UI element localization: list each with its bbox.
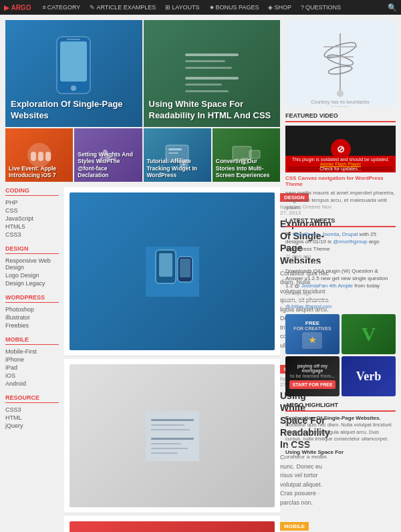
sidebar-item-photoshop[interactable]: Photoshop xyxy=(5,305,59,313)
ad-1-label: FREE xyxy=(305,320,319,326)
video-thumbnail[interactable]: ⊘ This plugin is outdated and should be … xyxy=(285,126,396,172)
svg-rect-9 xyxy=(185,90,229,92)
featured-image-svg: Courtesy has no boundaries DAMBOO xyxy=(285,20,396,107)
sidebar-item-html5[interactable]: HTML5 xyxy=(5,223,59,231)
sidebar-item-freebies[interactable]: Freebies xyxy=(5,321,59,329)
sidebar-item-css3-r[interactable]: CSS3 xyxy=(5,406,59,414)
sidebar-wordpress-list: Photoshop Illustrator Freebies xyxy=(5,305,59,329)
highlight-item-2-link[interactable]: Using White Space For xyxy=(285,449,396,455)
ad-3-cta-text: START FOR FREE xyxy=(292,382,332,387)
site-brand[interactable]: ▶ ARGO xyxy=(4,4,31,11)
mini-card-4[interactable]: Converting Our Stories Into Multi-Screen… xyxy=(213,128,280,182)
svg-rect-35 xyxy=(151,448,188,449)
sidebar-item-ipad[interactable]: iPad xyxy=(5,364,59,372)
video-check-updates[interactable]: Check for updates... xyxy=(288,166,393,171)
article-1-image xyxy=(146,247,199,297)
ad-3-cta[interactable]: START FOR FREE xyxy=(289,380,335,389)
sidebar-item-jquery-r[interactable]: jQuery xyxy=(5,422,59,430)
mini-card-2-overlay: Setting Weights And Styles With The @fon… xyxy=(74,148,142,182)
nav-item-bonus[interactable]: ★ BONUS PAGES xyxy=(205,4,264,11)
svg-rect-8 xyxy=(185,84,222,86)
category-icon: ≡ xyxy=(42,4,45,11)
sidebar-item-html-r[interactable]: HTML xyxy=(5,414,59,422)
mini-card-1-title: Live Event: Apple Introducing iOS 7 xyxy=(9,165,70,178)
ad-item-3[interactable]: paying off my mortgage to be learned fro… xyxy=(285,356,340,396)
hero-card-2-title: Using White Space For Readability In HTM… xyxy=(149,99,275,122)
video-description: nam mattis mauris at amet imperdiet phar… xyxy=(285,189,396,212)
ad-item-2[interactable]: V xyxy=(342,314,396,354)
sidebar-item-css3[interactable]: CSS3 xyxy=(5,231,59,239)
nav-item-layouts[interactable]: ⊞ LAYOUTS xyxy=(160,4,204,11)
nav-item-articles[interactable]: ✎ ARTICLE EXAMPLES xyxy=(85,4,160,11)
sidebar-item-javascript[interactable]: JavaScript xyxy=(5,215,59,223)
highlight-item-1-link[interactable]: Exploration Of Single-Page Websites. xyxy=(285,415,396,421)
tweet-1-link-user[interactable]: @nnorthgroup xyxy=(333,239,367,245)
tweet-source[interactable]: @ follow @arpod.com xyxy=(285,304,396,309)
mini-hero-grid: Live Event: Apple Introducing iOS 7 A a … xyxy=(5,128,280,182)
nav-item-category[interactable]: ≡ CATEGORY xyxy=(37,4,85,11)
sidebar-item-mobile-first[interactable]: Mobile-First xyxy=(5,348,59,356)
mini-card-4-title: Converting Our Stories Into Multi-Screen… xyxy=(216,158,277,178)
sidebar-item-logo[interactable]: Logo Design xyxy=(5,271,59,279)
ad-1-icon: ★ xyxy=(302,332,322,349)
ad-item-1[interactable]: FREE FOR CREATIVES ★ xyxy=(285,314,340,354)
highlight-item-1-desc: Curabitur quis nec diam. Nulla volutpat … xyxy=(285,422,396,443)
hero-grid: Exploration Of Single-Page Websites xyxy=(5,20,280,182)
video-notice-link[interactable]: Adobe Flash Player xyxy=(288,162,393,166)
hero-card-1[interactable]: Exploration Of Single-Page Websites xyxy=(5,20,142,127)
sidebar-section-design: DESIGN Responsive Web Design Logo Design… xyxy=(5,245,59,287)
svg-text:Courtesy has no boundaries: Courtesy has no boundaries xyxy=(311,100,370,105)
sidebar-item-responsive[interactable]: Responsive Web Design xyxy=(5,257,59,271)
sidebar-item-android[interactable]: Android xyxy=(5,380,59,388)
hero-card-1-title: Exploration Of Single-Page Websites xyxy=(11,99,137,122)
sidebar-item-ios[interactable]: iOS xyxy=(5,372,59,380)
bonus-icon: ★ xyxy=(209,4,215,11)
mini-card-2[interactable]: A a Setting Weights And Styles With The … xyxy=(74,128,142,182)
mini-card-1[interactable]: Live Event: Apple Introducing iOS 7 xyxy=(5,128,73,182)
nav-item-shop[interactable]: ◈ SHOP xyxy=(263,4,296,11)
svg-rect-5 xyxy=(185,60,225,62)
star-icon: ★ xyxy=(309,336,316,345)
main-column: Exploration Of Single-Page Websites xyxy=(5,20,280,532)
sidebar-item-legacy[interactable]: Design Legacy xyxy=(5,279,59,287)
argo-highlight-section: ARGO HIGHLIGHT Exploration Of Single-Pag… xyxy=(285,402,396,459)
search-button[interactable]: 🔍 xyxy=(388,3,397,12)
svg-text:DAMBOO: DAMBOO xyxy=(331,106,350,107)
article-list: DESIGN by Helen Greene Nov 27, 2013 Expl… xyxy=(64,187,280,532)
sidebar-section-coding: CODING PHP CSS JavaScript HTML5 CSS3 xyxy=(5,187,59,239)
svg-rect-7 xyxy=(185,77,239,80)
svg-rect-12 xyxy=(38,152,43,161)
nav-menu: ≡ CATEGORY ✎ ARTICLE EXAMPLES ⊞ LAYOUTS … xyxy=(37,4,346,11)
article-thumb-1 xyxy=(70,192,275,350)
sidebar-coding-list: PHP CSS JavaScript HTML5 CSS3 xyxy=(5,198,59,239)
video-link[interactable]: CSS Canvas navigation for WordPress Them… xyxy=(285,175,396,187)
ad-item-4[interactable]: Verb xyxy=(342,356,396,396)
svg-rect-18 xyxy=(168,152,178,154)
ad-3-line2: to be learned from... xyxy=(290,374,335,378)
tweet-1-link-wp[interactable]: WordPress xyxy=(293,231,319,237)
layouts-icon: ⊞ xyxy=(165,4,170,11)
tweet-2-link[interactable]: JoomlaFan 4th Ample xyxy=(301,283,353,289)
highlight-item-1: Exploration Of Single-Page Websites. Cur… xyxy=(285,415,396,446)
svg-rect-33 xyxy=(151,438,194,440)
sidebar-item-iphone[interactable]: iPhone xyxy=(5,356,59,364)
questions-icon: ? xyxy=(301,4,304,11)
hero-card-2[interactable]: Using White Space For Readability In HTM… xyxy=(144,20,281,127)
tweet-1-link-drupal[interactable]: Drupal xyxy=(342,231,358,237)
featured-image: Courtesy has no boundaries DAMBOO xyxy=(285,20,396,107)
ad-2-letter: V xyxy=(362,323,376,346)
sidebar-resource-list: CSS3 HTML jQuery xyxy=(5,406,59,430)
sidebar-item-css[interactable]: CSS xyxy=(5,207,59,215)
nav-item-questions[interactable]: ? QUESTIONS xyxy=(296,4,346,11)
sidebar-item-php[interactable]: PHP xyxy=(5,198,59,207)
page-container: Exploration Of Single-Page Websites xyxy=(0,15,401,532)
mini-card-4-overlay: Converting Our Stories Into Multi-Screen… xyxy=(213,154,280,182)
svg-rect-11 xyxy=(31,152,36,161)
article-thumb-3 xyxy=(70,521,275,532)
svg-point-57 xyxy=(337,90,344,97)
sidebar-item-illustrator[interactable]: Illustrator xyxy=(5,313,59,321)
tweet-1-link-joomla[interactable]: Joomla xyxy=(322,231,340,237)
svg-rect-13 xyxy=(45,152,51,161)
featured-video-title: FEATURED VIDEO xyxy=(285,112,396,122)
mini-card-3[interactable]: + Tutorial: Affiliate Tracking Widget In… xyxy=(144,128,211,182)
